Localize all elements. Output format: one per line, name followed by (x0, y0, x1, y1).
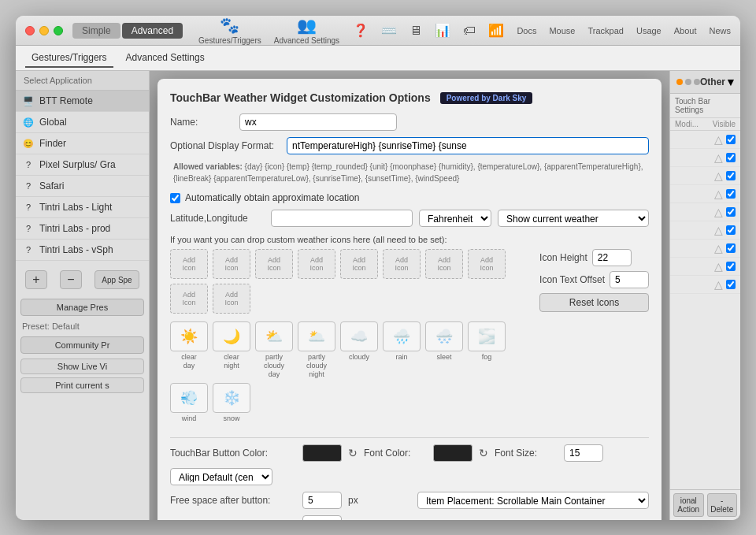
visible-checkbox-6[interactable] (726, 225, 736, 235)
add-icon-slot-7[interactable]: AddIcon (425, 249, 463, 279)
weather-icon-fog: 🌫️ fog (468, 321, 506, 362)
manage-pres-button[interactable]: Manage Pres (20, 299, 144, 316)
mouse-link[interactable]: Mouse (549, 26, 575, 35)
btn-color-refresh-icon[interactable]: ↻ (348, 447, 358, 459)
name-row: Name: (170, 113, 649, 131)
trackpad-link[interactable]: Trackpad (587, 26, 623, 35)
arrow-up-5[interactable]: △ (714, 206, 723, 218)
name-input[interactable] (239, 113, 397, 131)
visible-checkbox-4[interactable] (726, 189, 736, 199)
tintri-vsph-icon: ? (22, 243, 35, 256)
arrow-up-1[interactable]: △ (714, 133, 723, 146)
icons-and-height: AddIcon AddIcon AddIcon AddIcon AddIcon … (170, 249, 649, 431)
main-area: Select Application 🖥️ BTT Remote 🌐 Globa… (16, 71, 740, 520)
font-size-input[interactable] (564, 444, 603, 462)
app-spec-button[interactable]: App Spe (94, 270, 139, 289)
usage-link[interactable]: Usage (636, 26, 662, 35)
delete-button[interactable]: - Delete (707, 493, 738, 517)
sidebar-item-btt-remote[interactable]: 🖥️ BTT Remote (16, 91, 149, 112)
maximize-button[interactable] (54, 26, 63, 35)
btn-color-picker[interactable] (302, 444, 342, 462)
remove-app-button[interactable]: − (60, 270, 82, 289)
community-pres-button[interactable]: Community Pr (20, 336, 144, 354)
visible-checkbox-3[interactable] (726, 171, 736, 180)
sidebar-item-tintri-prod[interactable]: ? Tintri Labs - prod (16, 218, 149, 240)
arrow-up-4[interactable]: △ (714, 188, 723, 200)
monitor-icon[interactable]: 🖥 (410, 24, 422, 38)
btt-remote-label: BTT Remote (39, 95, 93, 106)
show-live-button[interactable]: Show Live Vi (20, 359, 144, 374)
add-icon-slot-5[interactable]: AddIcon (340, 249, 378, 279)
news-link[interactable]: News (709, 26, 731, 35)
modal-title-row: TouchBar Weather Widget Customization Op… (170, 91, 649, 104)
sidebar-item-tintri-vsph[interactable]: ? Tintri Labs - vSph (16, 240, 149, 261)
arrow-up-7[interactable]: △ (714, 242, 723, 254)
docs-link[interactable]: Docs (517, 26, 536, 35)
chart-icon[interactable]: 📊 (435, 23, 450, 38)
font-color-refresh-icon[interactable]: ↻ (479, 447, 488, 459)
align-select[interactable]: Align Default (cen... (170, 468, 272, 485)
item-placement-select[interactable]: Item Placement: Scrollable Main Containe… (417, 492, 649, 509)
visible-checkbox-9[interactable] (726, 280, 736, 289)
toolbar-right: ❓ ⌨️ 🖥 📊 🏷 📶 Docs Mouse Trackpad Usage A… (353, 23, 731, 38)
sidebar-item-tintri-light[interactable]: ? Tintri Labs - Light (16, 197, 149, 218)
display-format-input[interactable] (287, 137, 649, 154)
arrow-up-3[interactable]: △ (714, 169, 723, 182)
arrow-up-2[interactable]: △ (714, 151, 723, 164)
arrow-up-8[interactable]: △ (714, 260, 723, 273)
col-visible: Visible (713, 120, 736, 128)
free-space-input[interactable] (302, 492, 342, 509)
add-icon-slot-3[interactable]: AddIcon (255, 249, 293, 279)
latlong-input[interactable] (271, 210, 413, 227)
weather-icon-cloudy: ☁️ cloudy (340, 321, 378, 362)
tag-icon[interactable]: 🏷 (463, 24, 476, 38)
filter-icon[interactable]: ▼ (725, 76, 736, 88)
sidebar-item-finder[interactable]: 😊 Finder (16, 133, 149, 154)
tab-simple[interactable]: Simple (72, 23, 120, 39)
sidebar-item-pixel-surplus[interactable]: ? Pixel Surplus/ Gra (16, 154, 149, 176)
extra-padding-input[interactable] (302, 515, 342, 520)
visible-checkbox-2[interactable] (726, 153, 736, 162)
icon-height-input[interactable] (592, 249, 632, 266)
subtab-advanced-settings[interactable]: Advanced Settings (120, 49, 211, 68)
font-color-picker[interactable] (433, 444, 472, 462)
toolbar-gestures-triggers[interactable]: 🐾 Gestures/Triggers (198, 16, 261, 45)
add-app-button[interactable]: + (25, 270, 47, 289)
visible-checkbox-5[interactable] (726, 207, 736, 217)
weather-display-select[interactable]: Show current weather (498, 210, 649, 227)
print-current-button[interactable]: Print current s (20, 377, 144, 393)
extra-padding-row: Extra padding (inside): px Only show whi… (170, 515, 649, 520)
tintri-prod-icon: ? (22, 222, 35, 235)
arrow-up-6[interactable]: △ (714, 224, 723, 236)
add-icon-slot-1[interactable]: AddIcon (170, 249, 208, 279)
units-select[interactable]: Fahrenheit (419, 210, 491, 227)
font-color-label: Font Color: (364, 448, 427, 459)
subtab-gestures-triggers[interactable]: Gestures/Triggers (25, 49, 113, 68)
about-link[interactable]: About (674, 26, 697, 35)
ional-action-button[interactable]: ional Action (673, 493, 704, 517)
add-icon-slot-9[interactable]: AddIcon (170, 284, 208, 314)
sidebar-item-safari[interactable]: ? Safari (16, 176, 149, 197)
toolbar-advanced-settings[interactable]: 👥 Advanced Settings (274, 16, 339, 45)
keyboard-icon[interactable]: ⌨️ (381, 23, 397, 38)
add-icon-slot-10[interactable]: AddIcon (213, 284, 250, 314)
tab-advanced[interactable]: Advanced (122, 23, 183, 39)
help-icon[interactable]: ❓ (353, 23, 369, 38)
add-icon-slot-8[interactable]: AddIcon (468, 249, 506, 279)
display-format-label: Optional Display Format: (170, 140, 280, 151)
arrow-up-9[interactable]: △ (714, 278, 723, 291)
sidebar-item-global[interactable]: 🌐 Global (16, 112, 149, 133)
visible-checkbox-1[interactable] (726, 135, 736, 144)
add-icon-slot-2[interactable]: AddIcon (213, 249, 250, 279)
minimize-button[interactable] (39, 26, 49, 35)
auto-location-label: Automatically obtain approximate locatio… (185, 192, 359, 203)
reset-icons-button[interactable]: Reset Icons (539, 293, 649, 312)
auto-location-checkbox[interactable] (170, 193, 180, 203)
visible-checkbox-8[interactable] (726, 262, 736, 271)
add-icon-slot-4[interactable]: AddIcon (298, 249, 335, 279)
close-button[interactable] (25, 26, 35, 35)
signal-icon[interactable]: 📶 (488, 23, 504, 38)
visible-checkbox-7[interactable] (726, 243, 736, 253)
add-icon-slot-6[interactable]: AddIcon (383, 249, 421, 279)
icon-text-offset-input[interactable] (610, 271, 649, 288)
